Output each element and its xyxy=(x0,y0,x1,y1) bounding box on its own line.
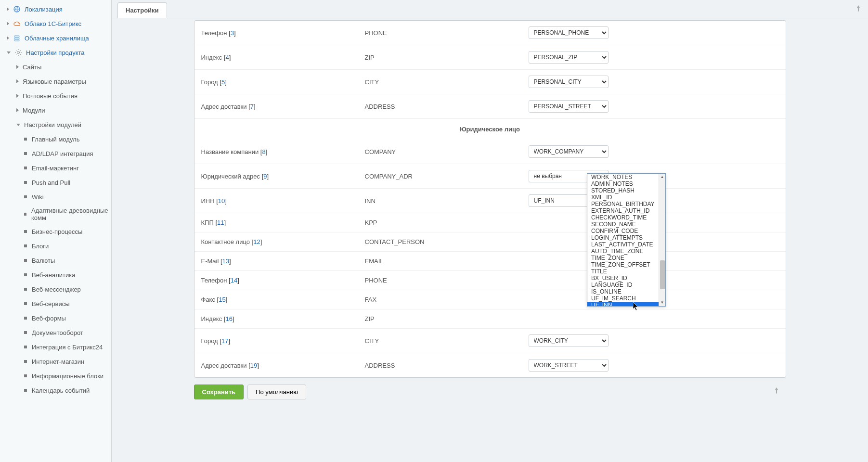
sidebar-item-module[interactable]: Wiki xyxy=(0,190,111,204)
property-code: INN xyxy=(365,197,529,205)
sidebar-item-module[interactable]: Веб-сервисы xyxy=(0,296,111,311)
dropdown-option[interactable]: CONFIRM_CODE xyxy=(587,228,659,234)
field-mapping-select[interactable]: WORK_COMPANY xyxy=(529,145,609,158)
property-id-link[interactable]: 5 xyxy=(221,78,225,86)
sidebar-item-label: Интернет-магазин xyxy=(32,358,84,365)
bullet-icon xyxy=(24,138,27,141)
sidebar-item-l2[interactable]: Языковые параметры xyxy=(0,74,111,89)
dropdown-option[interactable]: ADMIN_NOTES xyxy=(587,180,659,187)
sidebar-item-module[interactable]: Push and Pull xyxy=(0,175,111,190)
sidebar-item-module[interactable]: Главный модуль xyxy=(0,132,111,146)
dropdown-option[interactable]: TIME_ZONE_OFFSET xyxy=(587,261,659,268)
dropdown-option[interactable]: LAST_ACTIVITY_DATE xyxy=(587,241,659,248)
dropdown-option[interactable]: SECOND_NAME xyxy=(587,221,659,228)
property-id-link[interactable]: 14 xyxy=(231,277,237,284)
property-code: ADDRESS xyxy=(365,103,529,110)
save-button[interactable]: Сохранить xyxy=(194,385,244,399)
sidebar-item-module[interactable]: Веб-аналитика xyxy=(0,268,111,282)
sidebar-item-product-settings[interactable]: Настройки продукта xyxy=(0,45,111,60)
dropdown-option[interactable]: XML_ID xyxy=(587,194,659,201)
sidebar-item-l2[interactable]: Сайты xyxy=(0,60,111,74)
property-code: ZIP xyxy=(365,54,529,61)
sidebar-item-module[interactable]: Документооборот xyxy=(0,325,111,340)
dropdown-option[interactable]: UF_IM_SEARCH xyxy=(587,295,659,302)
sidebar-item-cloud-bitrix[interactable]: Облако 1С-Битрикс xyxy=(0,16,111,31)
sidebar-item-localization[interactable]: Локализация xyxy=(0,2,111,16)
property-id-link[interactable]: 15 xyxy=(219,296,225,303)
dropdown-option[interactable]: LOGIN_ATTEMPTS xyxy=(587,234,659,241)
property-id-link[interactable]: 17 xyxy=(221,337,228,345)
field-mapping-select[interactable]: WORK_CITY xyxy=(529,334,609,347)
property-code: CITY xyxy=(365,78,529,86)
sidebar-item-label: Сайты xyxy=(23,64,41,71)
field-mapping-select[interactable]: PERSONAL_STREET xyxy=(529,100,609,113)
property-code: PHONE xyxy=(365,29,529,37)
content-scroll[interactable]: Телефон [3]PHONEPERSONAL_PHONEИндекс [4]… xyxy=(112,18,868,462)
sidebar-item-module[interactable]: AD/LDAP интеграция xyxy=(0,146,111,161)
sidebar-item-module[interactable]: Бизнес-процессы xyxy=(0,224,111,239)
pin-icon[interactable] xyxy=(774,387,779,397)
dropdown-option[interactable]: EXTERNAL_AUTH_ID xyxy=(587,207,659,214)
sidebar-item-label: Wiki xyxy=(32,193,44,201)
field-mapping-select[interactable]: PERSONAL_PHONE xyxy=(529,26,609,39)
property-id-link[interactable]: 9 xyxy=(263,173,267,180)
sidebar-item-module[interactable]: Информационные блоки xyxy=(0,369,111,383)
dropdown-scrollbar[interactable]: ▲ ▼ xyxy=(659,174,665,306)
dropdown-popup[interactable]: WORK_NOTESADMIN_NOTESSTORED_HASHXML_IDPE… xyxy=(587,173,666,307)
property-id-link[interactable]: 10 xyxy=(218,197,225,205)
property-id-link[interactable]: 3 xyxy=(231,29,234,37)
sidebar-item-module-settings[interactable]: Настройки модулей xyxy=(0,117,111,132)
sidebar-item-module[interactable]: Интеграция с Битрикс24 xyxy=(0,340,111,354)
default-button[interactable]: По умолчанию xyxy=(247,385,306,399)
field-mapping-select[interactable]: PERSONAL_ZIP xyxy=(529,51,609,64)
property-id-link[interactable]: 13 xyxy=(222,257,229,265)
dropdown-option[interactable]: PERSONAL_BIRTHDAY xyxy=(587,201,659,207)
table-row: КПП [11]KPP xyxy=(194,213,786,232)
table-row: Название компании [8]COMPANYWORK_COMPANY xyxy=(194,140,786,164)
scroll-up-icon[interactable]: ▲ xyxy=(659,174,665,180)
sidebar-item-label: Календарь событий xyxy=(32,387,90,394)
dropdown-option[interactable]: CHECKWORD_TIME xyxy=(587,214,659,221)
field-mapping-select[interactable]: WORK_STREET xyxy=(529,359,609,372)
sidebar-item-label: Блоги xyxy=(32,243,49,250)
sidebar-item-module[interactable]: Календарь событий xyxy=(0,383,111,398)
dropdown-option[interactable]: TIME_ZONE xyxy=(587,255,659,261)
sidebar-item-module[interactable]: Блоги xyxy=(0,239,111,253)
dropdown-option[interactable]: BX_USER_ID xyxy=(587,275,659,282)
dropdown-option[interactable]: WORK_NOTES xyxy=(587,174,659,180)
dropdown-option[interactable]: UF_INN xyxy=(587,302,659,306)
property-id-link[interactable]: 12 xyxy=(253,238,260,245)
property-id-link[interactable]: 16 xyxy=(225,315,232,322)
sidebar-item-cloud-storage[interactable]: Облачные хранилища xyxy=(0,31,111,45)
property-id-link[interactable]: 4 xyxy=(225,54,229,61)
property-id-link[interactable]: 7 xyxy=(250,103,254,110)
pin-icon[interactable] xyxy=(855,5,861,15)
sidebar-item-l2[interactable]: Модули xyxy=(0,103,111,117)
dropdown-option[interactable]: STORED_HASH xyxy=(587,187,659,194)
property-id-link[interactable]: 19 xyxy=(250,362,257,369)
sidebar-item-module[interactable]: Веб-мессенджер xyxy=(0,282,111,296)
globe-icon xyxy=(13,5,21,13)
field-mapping-select[interactable]: PERSONAL_CITY xyxy=(529,76,609,88)
sidebar-item-module[interactable]: Веб-формы xyxy=(0,311,111,325)
dropdown-option[interactable]: IS_ONLINE xyxy=(587,288,659,295)
scroll-thumb[interactable] xyxy=(660,260,665,289)
sidebar-item-module[interactable]: Интернет-магазин xyxy=(0,354,111,369)
dropdown-option[interactable]: AUTO_TIME_ZONE xyxy=(587,248,659,255)
property-id-link[interactable]: 8 xyxy=(262,148,265,155)
sidebar-item-module[interactable]: Валюты xyxy=(0,253,111,268)
sidebar-item-l2[interactable]: Почтовые события xyxy=(0,89,111,103)
sidebar-item-label: Документооборот xyxy=(32,329,83,336)
property-code: CONTACT_PERSON xyxy=(365,238,529,245)
sidebar-item-module[interactable]: Email-маркетинг xyxy=(0,161,111,175)
dropdown-option[interactable]: TITLE xyxy=(587,268,659,275)
tab-settings[interactable]: Настройки xyxy=(117,2,167,18)
dropdown-option[interactable]: LANGUAGE_ID xyxy=(587,282,659,288)
bullet-icon xyxy=(24,167,27,169)
sidebar-item-module[interactable]: Адаптивные древовидные комм xyxy=(0,204,111,224)
scroll-down-icon[interactable]: ▼ xyxy=(659,299,665,306)
storage-icon xyxy=(13,34,21,42)
property-code: CITY xyxy=(365,337,529,345)
property-label: Индекс xyxy=(201,315,224,322)
property-id-link[interactable]: 11 xyxy=(217,219,224,226)
